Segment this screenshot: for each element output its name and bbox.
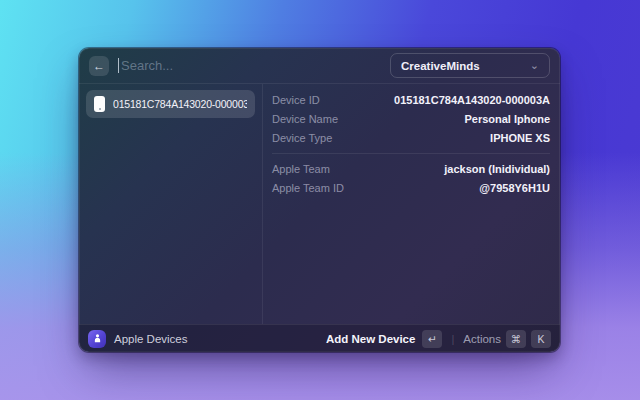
detail-row: Device Name Personal Iphone [272,109,550,128]
detail-value: Personal Iphone [464,113,550,125]
detail-row: Device ID 015181C784A143020-000003A [272,90,550,109]
app-name: Apple Devices [114,333,188,345]
detail-label: Apple Team ID [272,182,344,194]
detail-label: Apple Team [272,163,330,175]
details-divider [272,153,550,154]
detail-row: Device Type IPHONE XS [272,128,550,147]
details-panel: Device ID 015181C784A143020-000003A Devi… [263,84,560,324]
device-list: 015181C784A143020-000003A [79,84,263,324]
back-arrow-icon: ← [93,60,105,72]
detail-value: IPHONE XS [490,132,550,144]
device-list-item-label: 015181C784A143020-000003A [113,98,247,110]
detail-value: @7958Y6H1U [479,182,550,194]
actions-button[interactable]: Actions ⌘ K [463,330,551,348]
person-icon [92,333,103,344]
cmd-key-badge: ⌘ [506,330,526,348]
actions-label: Actions [463,333,501,345]
phone-icon [94,96,105,112]
footer-bar: Apple Devices Add New Device ↵ | Actions… [79,324,560,352]
apple-devices-app-icon [88,330,106,348]
k-key-badge: K [531,330,551,348]
team-dropdown-value: CreativeMinds [401,60,480,72]
detail-value: jackson (Inidividual) [444,163,550,175]
search-field-wrap [118,58,381,73]
main-content: 015181C784A143020-000003A Device ID 0151… [79,84,560,324]
search-input[interactable] [121,58,381,73]
detail-label: Device Name [272,113,338,125]
top-bar: ← CreativeMinds ⌄ [79,48,560,84]
chevron-down-icon: ⌄ [530,59,539,72]
text-caret [118,58,119,73]
device-list-item[interactable]: 015181C784A143020-000003A [86,90,255,118]
detail-label: Device ID [272,94,320,106]
add-new-device-button[interactable]: Add New Device ↵ [326,330,442,348]
return-key-badge: ↵ [422,330,442,348]
detail-label: Device Type [272,132,332,144]
add-new-device-label: Add New Device [326,333,415,345]
footer-separator: | [450,333,455,345]
app-window: ← CreativeMinds ⌄ 015181C784A143020-0000… [79,48,560,352]
detail-row: Apple Team jackson (Inidividual) [272,159,550,178]
detail-value: 015181C784A143020-000003A [394,94,550,106]
team-dropdown[interactable]: CreativeMinds ⌄ [390,53,550,78]
back-button[interactable]: ← [89,56,109,76]
detail-row: Apple Team ID @7958Y6H1U [272,178,550,197]
